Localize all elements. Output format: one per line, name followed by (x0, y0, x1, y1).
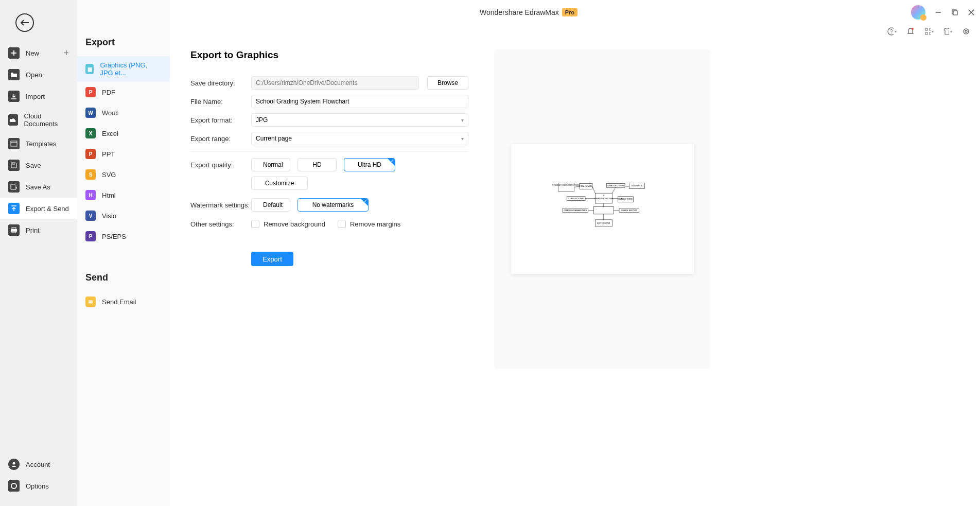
format-svg[interactable]: S SVG (77, 164, 170, 185)
checkbox-icon (338, 220, 346, 228)
svg-point-24 (13, 485, 15, 487)
folder-icon (8, 69, 20, 80)
quality-ultra[interactable]: Ultra HD (344, 158, 395, 171)
plus-square-icon (8, 47, 20, 59)
gear-icon (8, 480, 20, 492)
import-icon (8, 91, 20, 102)
svg-line-50 (612, 187, 616, 193)
format-label: PS/EPS (102, 233, 126, 240)
preview-page: STUDENTS RECORD SYSTEM FINAL GRADE SUBMI… (511, 144, 694, 274)
visio-icon: V (85, 211, 96, 221)
label-watermark: Watermark settings: (190, 201, 251, 209)
nav-label: Save (26, 162, 41, 169)
nav-label: Templates (26, 140, 56, 148)
svg-text:0: 0 (603, 195, 604, 197)
svg-text:CLASS ROSTER: CLASS ROSTER (568, 198, 584, 200)
check-icon (361, 199, 368, 206)
svg-rect-19 (12, 228, 16, 229)
svg-line-48 (592, 186, 596, 193)
svg-text:FINAL GRADE: FINAL GRADE (579, 185, 592, 187)
range-select[interactable]: Current page (251, 132, 468, 145)
nav-label: Save As (26, 183, 50, 191)
label-quality: Export quality: (190, 161, 251, 169)
svg-text:GRADING PARAMETERS: GRADING PARAMETERS (564, 210, 587, 212)
svg-text:GRADING SYSTEM: GRADING SYSTEM (594, 198, 612, 200)
format-html[interactable]: H Html (77, 185, 170, 205)
svg-text:INSTRUCTOR: INSTRUCTOR (597, 222, 610, 224)
label-filename: File Name: (190, 98, 251, 106)
back-button[interactable] (15, 13, 34, 32)
nav-label: Print (26, 226, 40, 234)
label-save-dir: Save directory: (190, 79, 251, 87)
format-pdf[interactable]: P PDF (77, 82, 170, 102)
nav-print[interactable]: Print (0, 219, 77, 241)
nav-label: New (26, 49, 39, 57)
format-label: Excel (102, 130, 118, 137)
export-form: Export to Graphics Save directory: Brows… (190, 49, 468, 485)
quality-hd[interactable]: HD (297, 158, 337, 171)
label-format: Export format: (190, 116, 251, 124)
svg-rect-17 (11, 141, 17, 146)
word-icon: W (85, 108, 96, 118)
format-label: Html (102, 191, 116, 199)
preview-diagram: STUDENTS RECORD SYSTEM FINAL GRADE SUBMI… (557, 180, 647, 238)
user-icon (8, 459, 20, 470)
quality-customize[interactable]: Customize (251, 177, 308, 190)
image-icon: ▦ (85, 64, 94, 74)
browse-button[interactable]: Browse (427, 76, 468, 90)
format-excel[interactable]: X Excel (77, 123, 170, 144)
svg-rect-42 (594, 207, 614, 214)
format-graphics[interactable]: ▦ Graphics (PNG, JPG et... (77, 56, 170, 82)
email-icon: ✉ (85, 296, 96, 307)
format-ppt[interactable]: P PPT (77, 144, 170, 164)
nav-import[interactable]: Import (0, 85, 77, 107)
export-button[interactable]: Export (251, 252, 293, 266)
sidebar-primary: New + Open Import Cloud Documents Templa… (0, 0, 77, 506)
pdf-icon: P (85, 87, 96, 97)
checkbox-icon (251, 220, 259, 228)
saveas-icon (8, 181, 20, 193)
svg-rect-21 (12, 231, 16, 233)
nav-label: Open (26, 71, 42, 79)
format-label: Send Email (102, 298, 136, 306)
nav-options[interactable]: Options (0, 475, 77, 497)
nav-label: Options (26, 482, 49, 490)
nav-saveas[interactable]: Save As (0, 176, 77, 198)
nav-save[interactable]: Save (0, 154, 77, 176)
sidebar-secondary: Export ▦ Graphics (PNG, JPG et... P PDF … (77, 0, 170, 506)
nav-open[interactable]: Open (0, 64, 77, 85)
check-icon (388, 159, 395, 166)
nav-new[interactable]: New + (0, 42, 77, 64)
save-dir-input[interactable] (251, 76, 419, 90)
cb-remove-bg[interactable]: Remove background (251, 220, 325, 228)
nav-label: Account (26, 461, 50, 468)
watermark-none[interactable]: No watermarks (297, 198, 369, 212)
format-word[interactable]: W Word (77, 102, 170, 123)
svg-text:GRADED WORK: GRADED WORK (618, 198, 633, 200)
nav-cloud[interactable]: Cloud Documents (0, 107, 77, 133)
format-visio[interactable]: V Visio (77, 205, 170, 226)
excel-icon: X (85, 128, 96, 138)
export-section-title: Export (77, 32, 170, 56)
divider (190, 151, 468, 152)
nav-account[interactable]: Account (0, 453, 77, 475)
format-select[interactable]: JPG (251, 113, 468, 127)
svg-text:STUDENTS RECORD SYSTEM: STUDENTS RECORD SYSTEM (552, 184, 580, 186)
export-icon (8, 203, 20, 214)
format-ps[interactable]: P PS/EPS (77, 226, 170, 247)
format-label: Visio (102, 212, 116, 220)
format-label: Word (102, 109, 118, 117)
cb-remove-margins[interactable]: Remove margins (338, 220, 400, 228)
svg-icon: S (85, 169, 96, 180)
svg-text:STUDENTS: STUDENTS (632, 185, 642, 187)
quality-normal[interactable]: Normal (251, 158, 290, 171)
nav-export-send[interactable]: Export & Send (0, 198, 77, 219)
templates-icon (8, 138, 20, 149)
nav-templates[interactable]: Templates (0, 133, 77, 154)
filename-input[interactable] (251, 95, 468, 108)
ps-icon: P (85, 231, 96, 241)
send-email[interactable]: ✉ Send Email (77, 291, 170, 312)
nav-label: Export & Send (26, 205, 69, 213)
watermark-default[interactable]: Default (251, 198, 290, 212)
format-label: SVG (102, 171, 116, 179)
